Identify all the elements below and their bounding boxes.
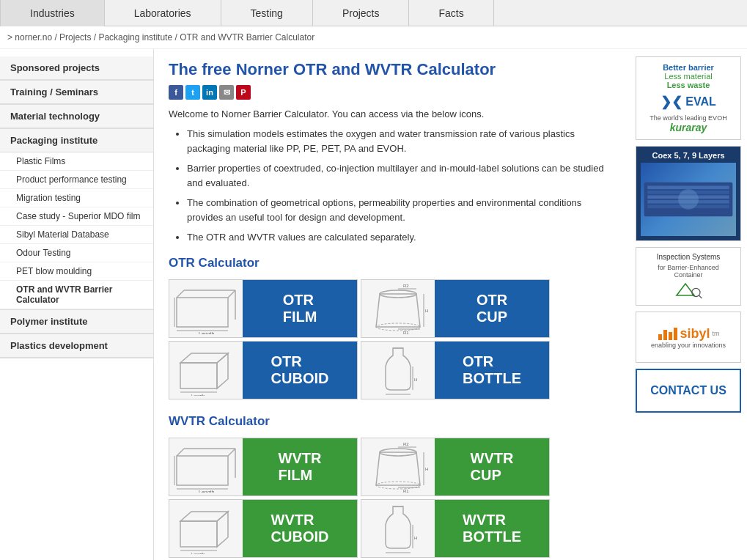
wvtr-film-label: WVTRFILM — [243, 438, 357, 495]
facebook-icon[interactable]: f — [169, 85, 183, 100]
svg-line-28 — [228, 449, 235, 456]
sidebar-sub-plastic-films[interactable]: Plastic Films — [0, 152, 153, 171]
sidebar-item-training[interactable]: Training / Seminars — [0, 81, 153, 104]
inspection-icon — [674, 279, 703, 301]
main-content: The free Norner OTR and WVTR Calculator … — [154, 49, 630, 560]
sidebar-item-sponsored[interactable]: Sponsored projects — [0, 56, 153, 80]
wvtr-cup-diagram: H R2 R1 — [361, 438, 435, 496]
wvtr-cuboid-button[interactable]: Length WVTRCUBOID — [169, 499, 358, 558]
sidebar-sub-otr-wvtr[interactable]: OTR and WVTR Barrier Calculator — [0, 281, 153, 309]
sidebar-item-polymer[interactable]: Polymer institute — [0, 310, 153, 334]
sibyl-brand-text: sibyl — [680, 326, 710, 342]
eval-logo: ❯❮ EVAL — [642, 94, 735, 110]
sidebar-sub-odour[interactable]: Odour Testing — [0, 244, 153, 262]
nav-facts[interactable]: Facts — [409, 0, 493, 26]
sidebar-sub-casestudy[interactable]: Case study - Superior MDO film — [0, 207, 153, 226]
otr-cuboid-button[interactable]: Length OTRCUBOID — [169, 341, 358, 399]
eval-better-barrier-text: Better barrier — [642, 63, 735, 72]
pinterest-icon[interactable]: P — [236, 85, 251, 100]
page-title: The free Norner OTR and WVTR Calculator — [169, 60, 615, 79]
cup-shape-svg: H R2 R1 — [365, 283, 431, 334]
otr-bottle-button[interactable]: H D OTRBOTTLE — [361, 341, 550, 399]
wvtr-calculator-grid: Length WVTRFILM H R2 — [169, 438, 550, 558]
nav-industries[interactable]: Industries — [0, 0, 105, 26]
sidebar-sub-product-performance[interactable]: Product performance testing — [0, 171, 153, 189]
sidebar-sub-sibyl[interactable]: Sibyl Material Database — [0, 226, 153, 244]
linkedin-icon[interactable]: in — [202, 85, 217, 100]
svg-text:Length: Length — [191, 552, 205, 554]
eval-less-waste-text: Less waste — [642, 81, 735, 89]
inspection-advertisement[interactable]: Inspection Systems for Barrier-EnhancedC… — [636, 247, 741, 306]
eval-subtitle-text: The world's leading EVOH — [642, 114, 735, 122]
top-navigation: Industries Laboratories Testing Projects… — [0, 0, 747, 26]
wvtr-film-shape-svg: Length — [173, 441, 239, 493]
intro-text: Welcome to Norner Barrier Calculator. Yo… — [169, 108, 615, 119]
twitter-icon[interactable]: t — [185, 85, 200, 100]
otr-cup-button[interactable]: H R2 R1 OTRCUP — [361, 279, 550, 338]
eval-advertisement[interactable]: Better barrier Less material Less waste … — [636, 56, 741, 140]
left-sidebar: Sponsored projects Training / Seminars M… — [0, 49, 154, 560]
svg-text:R2: R2 — [403, 442, 409, 446]
svg-rect-63 — [663, 330, 667, 340]
contact-us-advertisement[interactable]: CONTACT US — [636, 369, 741, 413]
wvtr-bottle-label: WVTRBOTTLE — [435, 500, 549, 557]
svg-text:H: H — [425, 467, 428, 471]
otr-film-button[interactable]: Length OTRFILM — [169, 279, 358, 338]
svg-rect-42 — [180, 521, 217, 547]
sidebar-section-polymer: Polymer institute — [0, 310, 153, 334]
otr-film-diagram: Length — [169, 279, 243, 338]
otr-film-label: OTRFILM — [243, 280, 357, 337]
cuboid-shape-svg: Length — [173, 345, 239, 396]
sidebar-item-material[interactable]: Material technology — [0, 105, 153, 128]
wvtr-bottle-button[interactable]: H D WVTRBOTTLE — [361, 499, 550, 558]
otr-section-title: OTR Calculator — [169, 256, 615, 270]
sidebar-item-plastics[interactable]: Plastics development — [0, 334, 153, 358]
wvtr-film-button[interactable]: Length WVTRFILM — [169, 438, 358, 496]
svg-text:Length: Length — [191, 394, 205, 396]
sibyl-advertisement[interactable]: sibyl tm enabling your innovations — [636, 312, 741, 363]
kuraray-text: kuraray — [642, 122, 735, 133]
svg-line-1 — [177, 290, 184, 298]
svg-text:R2: R2 — [403, 284, 409, 288]
email-icon[interactable]: ✉ — [219, 85, 234, 100]
breadcrumb: > norner.no / Projects / Packaging insti… — [0, 26, 747, 49]
svg-rect-0 — [177, 298, 228, 327]
otr-cuboid-label: OTRCUBOID — [243, 342, 357, 399]
wvtr-cup-label: WVTRCUP — [435, 438, 549, 495]
otr-bottle-diagram: H D — [361, 341, 435, 399]
sibyl-logo-container: sibyl tm — [657, 325, 719, 342]
nav-testing[interactable]: Testing — [221, 0, 313, 26]
svg-text:R1: R1 — [403, 489, 409, 493]
sibyl-trademark: tm — [713, 330, 720, 337]
svg-rect-26 — [177, 456, 228, 485]
sidebar-section-packaging: Packaging institute Plastic Films Produc… — [0, 129, 153, 310]
nav-projects[interactable]: Projects — [313, 0, 410, 26]
wvtr-bottle-diagram: H D — [361, 499, 435, 558]
eval-less-material-text: Less material — [642, 72, 735, 81]
feature-item-2: Barrier properties of coextruded, co-inj… — [187, 161, 615, 190]
svg-point-60 — [692, 288, 700, 296]
coex-image-svg — [641, 177, 736, 221]
svg-text:H: H — [414, 536, 417, 540]
coex-advertisement[interactable]: Coex 5, 7, 9 Layers — [636, 146, 741, 241]
coex-image — [641, 163, 736, 236]
inspection-subtitle-text: for Barrier-EnhancedContainer — [658, 264, 719, 279]
wvtr-cup-button[interactable]: H R2 R1 WVTRCUP — [361, 438, 550, 496]
bottle-shape-svg: H D — [365, 345, 431, 396]
otr-bottle-label: OTRBOTTLE — [435, 342, 549, 399]
sidebar-section-plastics: Plastics development — [0, 334, 153, 358]
sidebar-sub-migration[interactable]: Migration testing — [0, 189, 153, 207]
sidebar-section-training: Training / Seminars — [0, 81, 153, 105]
eval-symbol-icon: ❯❮ — [660, 94, 682, 110]
wvtr-cuboid-diagram: Length — [169, 499, 243, 558]
sidebar-sub-pet[interactable]: PET blow moulding — [0, 262, 153, 281]
otr-cuboid-diagram: Length — [169, 341, 243, 399]
feature-item-4: The OTR and WVTR values are calculated s… — [187, 230, 615, 245]
inspection-svg — [674, 279, 703, 301]
nav-laboratories[interactable]: Laboratories — [105, 0, 221, 26]
svg-line-2 — [228, 290, 235, 298]
feature-item-3: The combination of geometrical options, … — [187, 196, 615, 224]
sidebar-item-packaging[interactable]: Packaging institute — [0, 129, 153, 152]
otr-cup-label: OTRCUP — [435, 280, 549, 337]
svg-line-61 — [699, 295, 702, 298]
